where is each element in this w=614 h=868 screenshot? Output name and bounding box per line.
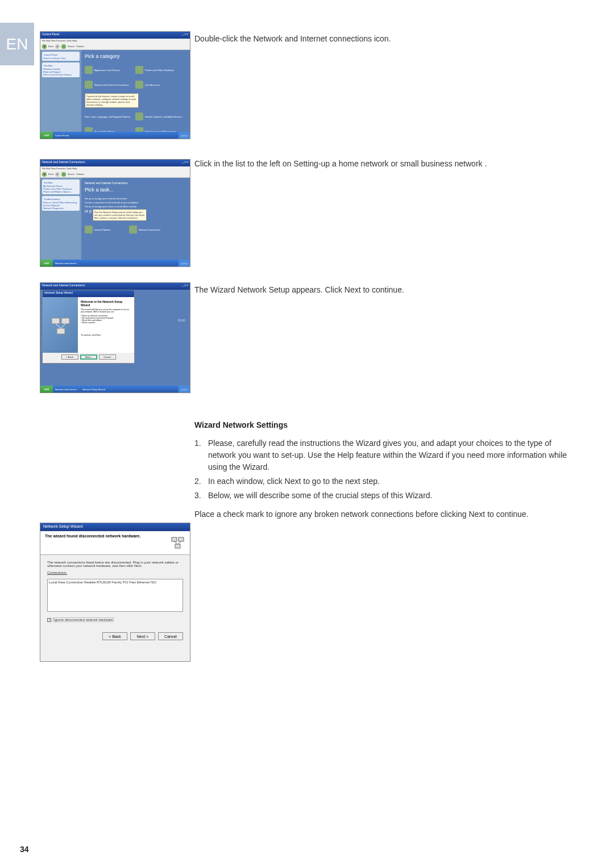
sidebar: Control Panel Switch to Classic View See…	[40, 50, 81, 139]
wizard-header-text: The wizard found disconnected network ha…	[45, 534, 140, 552]
checkbox-label: Ignore disconnected network hardware	[53, 617, 114, 622]
category-item: Network and Internet Connections	[85, 78, 133, 91]
search-label: Search	[68, 45, 75, 48]
cp-icon-item: Network Connections	[129, 223, 169, 236]
svg-rect-1	[61, 318, 69, 324]
list-number: 2.	[194, 475, 208, 487]
tooltip: Run the Network Setup wizard, which help…	[93, 209, 147, 221]
category-heading: Pick a category	[85, 53, 186, 59]
svg-line-8	[174, 541, 177, 544]
category-item: Date, Time, Language, and Regional Optio…	[85, 110, 133, 123]
taskbar-item: Network and Internet...	[53, 262, 80, 265]
list-text: Below, we will describe some of the cruc…	[208, 490, 570, 502]
instruction-step2: Click in the list to the left on Setting…	[194, 159, 570, 168]
task-item: Create a connection to the network at yo…	[85, 201, 186, 204]
svg-line-3	[56, 324, 61, 328]
sidebar-panel-title: Troubleshooters	[43, 197, 78, 201]
dialog-title: Network Setup Wizard	[44, 291, 73, 297]
task-item: Set up or change your home or small offi…	[85, 205, 186, 208]
start-button: start	[40, 132, 53, 139]
network-wizard-icon	[169, 534, 185, 550]
svg-line-9	[178, 541, 181, 544]
instruction-step4: Place a check mark to ignore any broken …	[194, 508, 570, 520]
window-controls: _ □ ×	[182, 283, 189, 289]
list-item: 1. Please, carefully read the instructio…	[194, 437, 570, 473]
main-content: Network and Internet Connections Pick a …	[81, 178, 190, 266]
wizard-bullet: • Share a printer	[81, 322, 131, 324]
svg-rect-5	[172, 537, 177, 541]
list-item: 3. Below, we will describe some of the c…	[194, 490, 570, 502]
forward-icon: ►	[55, 172, 60, 177]
network-wizard-icon	[49, 314, 72, 336]
window-title: Control Panel	[42, 32, 59, 38]
main-content: Pick a category Appearance and Themes Pr…	[81, 50, 190, 139]
sidebar-item: Other Control Panel Options	[43, 73, 78, 76]
start-button: start	[40, 260, 53, 266]
window-titlebar: Network and Internet Connections _ □ ×	[40, 160, 190, 166]
up-icon: ↑	[61, 172, 66, 177]
cp-icon-item: Internet Options	[85, 223, 125, 236]
next-button: Next >	[80, 354, 97, 360]
taskbar: start Control Panel ◇◇◇◇	[40, 132, 190, 139]
window-controls: _ □ ×	[182, 32, 189, 38]
search-label: Search	[68, 173, 75, 176]
category-icon	[135, 66, 143, 74]
ignore-checkbox: ✓	[47, 618, 51, 622]
language-tab: EN	[0, 23, 34, 65]
back-label: Back	[48, 173, 53, 176]
sidebar-panel-title: See Also	[43, 64, 78, 68]
up-icon: ↑	[61, 44, 66, 49]
wizard-illustration	[43, 297, 78, 353]
list-text: Please, carefully read the instructions …	[208, 437, 570, 473]
category-item: Appearance and Themes	[85, 64, 133, 76]
back-button: < Back	[61, 354, 78, 360]
screenshot-wizard-disconnected: Network Setup Wizard The wizard found di…	[40, 523, 190, 662]
list-number: 1.	[194, 437, 208, 473]
wizard-welcome-text: This wizard will help you set up this co…	[81, 308, 131, 313]
side-annotation: icon	[178, 318, 185, 322]
systray: ◇◇◇◇	[179, 260, 190, 266]
list-text: In each window, click Next to go to the …	[208, 475, 570, 487]
back-icon: ◄	[42, 44, 47, 49]
wizard-content: Welcome to the Network Setup Wizard This…	[78, 297, 134, 353]
sidebar: See Also My Network Places Printers and …	[40, 178, 81, 266]
category-icon	[135, 81, 143, 89]
wizard-settings-heading: Wizard Network Settings	[194, 420, 288, 429]
screenshot-control-panel: Control Panel _ □ × File Edit View Favor…	[40, 31, 190, 139]
dialog-titlebar: Network Setup Wizard	[40, 523, 190, 531]
sidebar-panel-title: Control Panel	[43, 53, 78, 57]
window-title: Network and Internet Connections	[42, 160, 85, 166]
sidebar-panel-title: See Also	[43, 181, 78, 185]
svg-rect-7	[175, 544, 180, 548]
svg-rect-6	[179, 537, 184, 541]
or-pick-label: or p	[85, 209, 92, 213]
wizard-welcome-title: Welcome to the Network Setup Wizard	[81, 300, 131, 307]
list-number: 3.	[194, 490, 208, 502]
svg-rect-2	[57, 328, 65, 334]
category-item: Sounds, Speech, and Audio Devices	[135, 110, 184, 123]
window-titlebar: Network and Internet Connections _ □ ×	[40, 283, 190, 290]
task-heading: Pick a task...	[85, 187, 186, 193]
back-label: Back	[48, 45, 53, 48]
wizard-body: The network connections listed below are…	[40, 555, 190, 628]
internet-options-icon	[85, 226, 93, 233]
category-item: User Accounts	[135, 78, 184, 91]
next-button: Next >	[130, 632, 155, 640]
instruction-step3: The Wizard Network Setup appears. Click …	[194, 285, 490, 294]
folders-label: Folders	[77, 173, 84, 176]
window-titlebar: Control Panel _ □ ×	[40, 32, 190, 39]
page-number: 34	[20, 845, 29, 854]
sidebar-item: Phone and Modem Options	[43, 190, 78, 193]
cancel-button: Cancel	[99, 354, 116, 360]
back-icon: ◄	[42, 172, 47, 177]
tooltip: Connect to the Internet, create a home o…	[85, 93, 139, 108]
taskbar-item: Network Setup Wizard	[80, 388, 107, 391]
window-menubar: File Edit View Favorites Tools Help	[40, 166, 190, 171]
window-controls: _ □ ×	[182, 160, 189, 166]
back-button: < Back	[102, 632, 127, 640]
window-title: Network and Internet Connections	[42, 283, 85, 289]
systray: ◇◇◇◇	[179, 132, 190, 139]
window-toolbar: ◄ Back ► ↑ Search Folders	[40, 171, 190, 178]
sidebar-item: Switch to Classic View	[43, 57, 78, 60]
task-item: Set up or change your Internet connectio…	[85, 197, 186, 200]
